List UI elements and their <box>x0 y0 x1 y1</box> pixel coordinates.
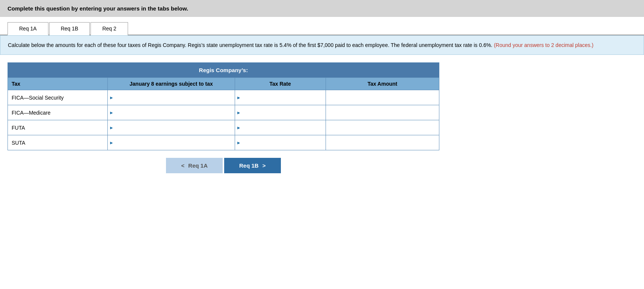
info-main-text: Calculate below the amounts for each of … <box>8 42 494 48</box>
rate-cell-futa[interactable]: ► <box>235 120 326 135</box>
rate-input-fica-ss[interactable] <box>243 95 322 101</box>
arrow-icon-rate-futa: ► <box>237 125 241 130</box>
info-box: Calculate below the amounts for each of … <box>0 35 644 55</box>
next-button[interactable]: Req 1B > <box>224 158 281 173</box>
earnings-input-suta[interactable] <box>116 140 231 146</box>
tax-name-futa: FUTA <box>8 120 108 135</box>
amount-cell-fica-ss <box>326 90 439 105</box>
next-button-label: Req 1B <box>239 162 259 169</box>
tax-name-fica-med: FICA—Medicare <box>8 105 108 120</box>
amount-cell-futa <box>326 120 439 135</box>
prev-button[interactable]: < Req 1A <box>166 158 223 173</box>
nav-buttons: < Req 1A Req 1B > <box>8 158 439 173</box>
instruction-text: Complete this question by entering your … <box>8 5 188 12</box>
prev-button-label: Req 1A <box>188 162 208 169</box>
earnings-cell-suta[interactable]: ► <box>108 135 235 150</box>
arrow-icon-rate-suta: ► <box>237 140 241 145</box>
info-red-text: (Round your answers to 2 decimal places.… <box>494 42 593 48</box>
arrow-icon-earnings-futa: ► <box>109 125 114 130</box>
tax-name-suta: SUTA <box>8 135 108 150</box>
earnings-input-fica-med[interactable] <box>116 110 231 116</box>
tax-table: Regis Company’s: Tax January 8 earnings … <box>8 62 439 150</box>
next-arrow-icon: > <box>262 162 266 169</box>
tab-req2[interactable]: Req 2 <box>90 22 128 35</box>
amount-cell-suta <box>326 135 439 150</box>
prev-arrow-icon: < <box>181 162 184 169</box>
col-header-rate: Tax Rate <box>235 78 326 90</box>
amount-cell-fica-med <box>326 105 439 120</box>
table-row: SUTA ► ► <box>8 135 439 150</box>
table-row: FUTA ► ► <box>8 120 439 135</box>
rate-input-suta[interactable] <box>243 140 322 146</box>
instruction-bar: Complete this question by entering your … <box>0 0 644 17</box>
earnings-cell-fica-ss[interactable]: ► <box>108 90 235 105</box>
tab-req1b[interactable]: Req 1B <box>49 22 90 35</box>
col-header-amount: Tax Amount <box>326 78 439 90</box>
tab-req1a[interactable]: Req 1A <box>8 22 48 35</box>
rate-input-fica-med[interactable] <box>243 110 322 116</box>
main-content: Regis Company’s: Tax January 8 earnings … <box>0 55 644 181</box>
company-header: Regis Company’s: <box>8 63 439 78</box>
tabs-container: Req 1A Req 1B Req 2 <box>0 17 644 35</box>
arrow-icon-rate-med: ► <box>237 110 241 115</box>
table-row: FICA—Social Security ► ► <box>8 90 439 105</box>
arrow-icon-earnings-med: ► <box>109 110 114 115</box>
rate-cell-fica-ss[interactable]: ► <box>235 90 326 105</box>
col-header-earnings: January 8 earnings subject to tax <box>108 78 235 90</box>
arrow-icon-earnings-ss: ► <box>109 95 114 100</box>
earnings-cell-fica-med[interactable]: ► <box>108 105 235 120</box>
arrow-icon-earnings-suta: ► <box>109 140 114 145</box>
col-header-tax: Tax <box>8 78 108 90</box>
table-row: FICA—Medicare ► ► <box>8 105 439 120</box>
rate-input-futa[interactable] <box>243 125 322 131</box>
earnings-cell-futa[interactable]: ► <box>108 120 235 135</box>
arrow-icon-rate-ss: ► <box>237 95 241 100</box>
rate-cell-fica-med[interactable]: ► <box>235 105 326 120</box>
tax-name-fica-ss: FICA—Social Security <box>8 90 108 105</box>
rate-cell-suta[interactable]: ► <box>235 135 326 150</box>
earnings-input-fica-ss[interactable] <box>116 95 231 101</box>
earnings-input-futa[interactable] <box>116 125 231 131</box>
